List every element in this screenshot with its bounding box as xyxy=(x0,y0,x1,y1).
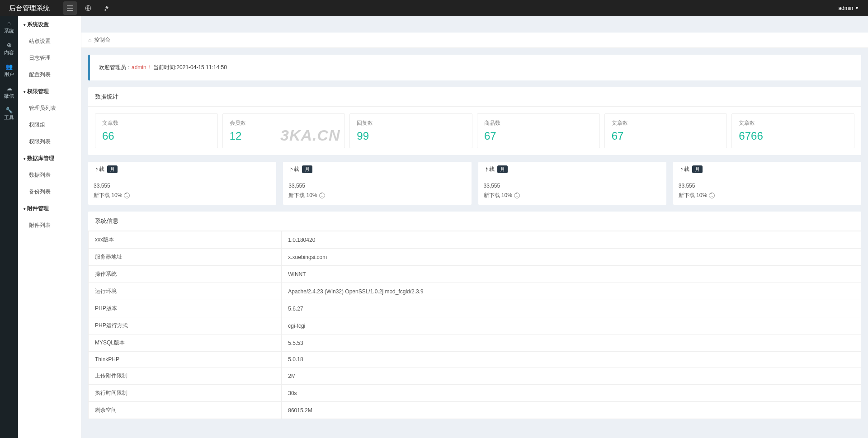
info-value: 5.6.27 xyxy=(282,300,861,317)
table-row: 上传附件限制2M xyxy=(89,367,861,385)
stat-value: 67 xyxy=(612,130,720,142)
download-number: 33,555 xyxy=(484,183,661,189)
module-content[interactable]: ⊕ 内容 xyxy=(0,38,18,60)
download-body: 33,555新下载 10% xyxy=(673,177,861,205)
download-body: 33,555新下载 10% xyxy=(478,177,666,205)
info-key: 操作系统 xyxy=(89,266,282,283)
info-value: Apache/2.4.23 (Win32) OpenSSL/1.0.2j mod… xyxy=(282,283,861,300)
module-label: 内容 xyxy=(0,49,18,56)
download-badge: 月 xyxy=(302,165,312,173)
breadcrumb-label: 控制台 xyxy=(94,36,110,44)
module-tool[interactable]: 🔧 工具 xyxy=(0,103,18,125)
sidebar-group-database[interactable]: 数据库管理 xyxy=(18,150,81,167)
download-head: 下载月 xyxy=(283,162,471,177)
info-value: 86015.2M xyxy=(282,402,861,419)
info-key: 剩余空间 xyxy=(89,402,282,419)
info-value: cgi-fcgi xyxy=(282,317,861,334)
smile-icon xyxy=(709,193,715,198)
stat-card: 文章数6766 xyxy=(731,113,854,148)
module-user[interactable]: 👥 用户 xyxy=(0,60,18,81)
sysinfo-table: xxx版本1.0.180420服务器地址x.xuebingsi.com操作系统W… xyxy=(88,231,861,419)
download-number: 33,555 xyxy=(679,183,856,189)
module-wechat[interactable]: ☁ 微信 xyxy=(0,81,18,103)
topbar: 后台管理系统 admin ▼ xyxy=(0,0,868,16)
download-card: 下载月33,555新下载 10% xyxy=(88,162,276,205)
stat-value: 99 xyxy=(357,130,465,142)
info-key: 上传附件限制 xyxy=(89,367,282,385)
table-row: 操作系统WINNT xyxy=(89,266,861,283)
plus-circle-icon: ⊕ xyxy=(7,42,12,48)
sidebar-group-permission[interactable]: 权限管理 xyxy=(18,83,81,100)
download-card: 下载月33,555新下载 10% xyxy=(478,162,666,205)
module-label: 微信 xyxy=(0,93,18,99)
info-value: 2M xyxy=(282,367,861,385)
sidebar-group-attachment[interactable]: 附件管理 xyxy=(18,200,81,217)
stat-value: 12 xyxy=(230,130,338,142)
caret-down-icon: ▼ xyxy=(855,6,859,10)
welcome-admin: admin！ xyxy=(132,64,152,71)
sidebar-item-backup-list[interactable]: 备份列表 xyxy=(18,184,81,200)
stat-card: 文章数67 xyxy=(604,113,727,148)
info-key: 运行环境 xyxy=(89,283,282,300)
sidebar-item-site-settings[interactable]: 站点设置 xyxy=(18,33,81,50)
module-strip: ⌂ 系统 ⊕ 内容 👥 用户 ☁ 微信 🔧 工具 xyxy=(0,16,18,438)
download-title: 下载 xyxy=(679,165,689,173)
download-sub: 新下载 10% xyxy=(288,192,466,199)
stat-card: 文章数66 xyxy=(95,113,218,148)
sidebar-group-system[interactable]: 系统设置 xyxy=(18,16,81,33)
download-head: 下载月 xyxy=(88,162,276,177)
stat-value: 66 xyxy=(102,130,211,142)
wechat-icon: ☁ xyxy=(6,85,12,92)
sidebar-item-attach-list[interactable]: 附件列表 xyxy=(18,217,81,234)
menu-toggle-button[interactable] xyxy=(63,1,77,15)
main-content: ⌂ 控制台 欢迎管理员：admin！ 当前时间:2021-04-15 11:14… xyxy=(81,33,868,438)
info-key: 服务器地址 xyxy=(89,249,282,266)
globe-button[interactable] xyxy=(81,1,95,15)
stat-label: 文章数 xyxy=(739,119,847,127)
table-row: 剩余空间86015.2M xyxy=(89,402,861,419)
download-card: 下载月33,555新下载 10% xyxy=(283,162,471,205)
sysinfo-title: 系统信息 xyxy=(88,212,861,231)
stat-card: 会员数12 xyxy=(222,113,345,148)
info-key: xxx版本 xyxy=(89,231,282,249)
module-label: 工具 xyxy=(0,114,18,121)
download-row: 下载月33,555新下载 10%下载月33,555新下载 10%下载月33,55… xyxy=(88,162,861,205)
download-sub: 新下载 10% xyxy=(484,192,661,199)
table-row: PHP运行方式cgi-fcgi xyxy=(89,317,861,334)
stat-label: 商品数 xyxy=(484,119,593,127)
sidebar-item-perm-group[interactable]: 权限组 xyxy=(18,117,81,133)
sidebar-item-admin-list[interactable]: 管理员列表 xyxy=(18,100,81,117)
table-row: 执行时间限制30s xyxy=(89,385,861,402)
sysinfo-panel: 系统信息 xxx版本1.0.180420服务器地址x.xuebingsi.com… xyxy=(88,212,861,419)
stat-label: 文章数 xyxy=(102,119,211,127)
broom-icon xyxy=(103,5,109,11)
stats-row: 文章数66会员数12回复数99商品数67文章数67文章数6766 xyxy=(95,113,854,148)
download-head: 下载月 xyxy=(673,162,861,177)
info-value: 30s xyxy=(282,385,861,402)
sidebar-item-perm-list[interactable]: 权限列表 xyxy=(18,133,81,150)
info-key: PHP运行方式 xyxy=(89,317,282,334)
download-body: 33,555新下载 10% xyxy=(88,177,276,205)
sidebar-item-config[interactable]: 配置列表 xyxy=(18,66,81,83)
download-sub: 新下载 10% xyxy=(94,192,271,199)
module-system[interactable]: ⌂ 系统 xyxy=(0,16,18,38)
user-menu[interactable]: admin ▼ xyxy=(834,5,863,11)
info-key: PHP版本 xyxy=(89,300,282,317)
sidebar-item-data-list[interactable]: 数据列表 xyxy=(18,167,81,184)
module-label: 系统 xyxy=(0,28,18,34)
clear-cache-button[interactable] xyxy=(99,1,113,15)
stat-label: 回复数 xyxy=(357,119,465,127)
download-badge: 月 xyxy=(107,165,118,173)
info-value: x.xuebingsi.com xyxy=(282,249,861,266)
download-number: 33,555 xyxy=(94,183,271,189)
stats-panel: 数据统计 文章数66会员数12回复数99商品数67文章数67文章数6766 xyxy=(88,87,861,155)
download-card: 下载月33,555新下载 10% xyxy=(673,162,861,205)
info-value: 5.5.53 xyxy=(282,334,861,352)
table-row: 运行环境Apache/2.4.23 (Win32) OpenSSL/1.0.2j… xyxy=(89,283,861,300)
breadcrumb: ⌂ 控制台 xyxy=(81,33,868,48)
sidebar-item-log[interactable]: 日志管理 xyxy=(18,50,81,66)
download-title: 下载 xyxy=(484,165,495,173)
stat-card: 回复数99 xyxy=(349,113,472,148)
table-row: MYSQL版本5.5.53 xyxy=(89,334,861,352)
info-key: MYSQL版本 xyxy=(89,334,282,352)
